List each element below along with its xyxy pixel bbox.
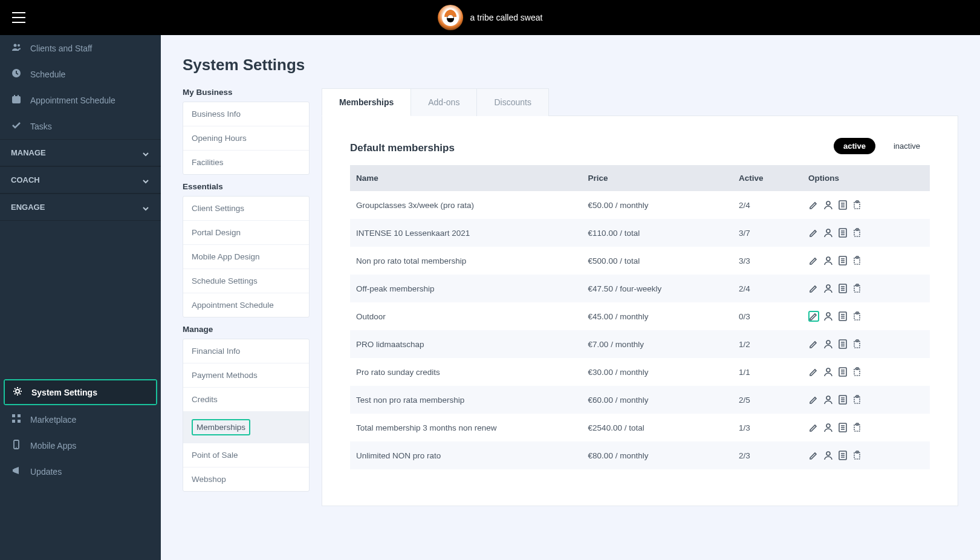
- table-row: Non pro rato total membership€500.00 / t…: [350, 247, 930, 275]
- copy-button[interactable]: [852, 311, 863, 322]
- settings-nav-item[interactable]: Appointment Schedule: [183, 293, 309, 317]
- edit-button[interactable]: [808, 450, 819, 461]
- i-doc-icon: [838, 367, 848, 377]
- settings-nav-item[interactable]: Facilities: [183, 151, 309, 174]
- details-button[interactable]: [837, 227, 848, 238]
- filter-active[interactable]: active: [834, 138, 875, 154]
- settings-nav-item[interactable]: Portal Design: [183, 221, 309, 245]
- details-button[interactable]: [837, 422, 848, 433]
- i-edit-icon: [809, 284, 819, 293]
- sidebar-item-schedule[interactable]: Schedule: [0, 61, 161, 87]
- chevron-down-icon: [141, 150, 150, 156]
- sidebar-item-system-settings[interactable]: System Settings: [5, 380, 156, 404]
- members-button[interactable]: [823, 366, 834, 377]
- megaphone-icon: [11, 466, 22, 477]
- i-user-icon: [823, 311, 833, 321]
- sidebar-item-updates[interactable]: Updates: [0, 458, 161, 484]
- settings-nav-item[interactable]: Schedule Settings: [183, 269, 309, 293]
- members-button[interactable]: [823, 227, 834, 238]
- settings-nav-item-highlight: Memberships: [192, 419, 250, 435]
- copy-button[interactable]: [852, 227, 863, 238]
- cell-price: €80.00 / monthly: [582, 441, 733, 469]
- brand-logo-icon: [438, 5, 463, 30]
- details-button[interactable]: [837, 394, 848, 405]
- edit-button[interactable]: [808, 255, 819, 266]
- copy-button[interactable]: [852, 422, 863, 433]
- edit-button[interactable]: [808, 200, 819, 210]
- settings-nav-item[interactable]: Business Info: [183, 102, 309, 126]
- i-doc-icon: [838, 256, 848, 265]
- details-button[interactable]: [837, 311, 848, 322]
- members-button[interactable]: [823, 394, 834, 405]
- details-button[interactable]: [837, 450, 848, 461]
- settings-nav-item[interactable]: Mobile App Design: [183, 245, 309, 269]
- sidebar-item-clients[interactable]: Clients and Staff: [0, 35, 161, 61]
- copy-button[interactable]: [852, 366, 863, 377]
- i-copy-icon: [852, 311, 862, 321]
- cell-options: [802, 191, 930, 219]
- details-button[interactable]: [837, 283, 848, 294]
- copy-button[interactable]: [852, 255, 863, 266]
- panel-body: Default memberships active inactive Name…: [322, 116, 958, 506]
- members-button[interactable]: [823, 422, 834, 433]
- cell-options: [802, 275, 930, 302]
- copy-button[interactable]: [852, 283, 863, 294]
- settings-nav: My BusinessBusiness InfoOpening HoursFac…: [183, 88, 310, 492]
- sidebar-item-marketplace[interactable]: Marketplace: [0, 406, 161, 432]
- sidebar-spacer: [0, 221, 161, 378]
- tab-add-ons[interactable]: Add-ons: [411, 88, 477, 116]
- menu-toggle[interactable]: [0, 12, 37, 23]
- edit-button[interactable]: [808, 227, 819, 238]
- members-button[interactable]: [823, 311, 834, 322]
- edit-button[interactable]: [808, 366, 819, 377]
- cell-name: Test non pro rata membership: [350, 386, 582, 414]
- i-doc-icon: [838, 228, 848, 238]
- check-icon: [11, 120, 22, 132]
- edit-button[interactable]: [808, 394, 819, 405]
- members-button[interactable]: [823, 283, 834, 294]
- sidebar-item-tasks[interactable]: Tasks: [0, 113, 161, 139]
- sidebar-section-manage[interactable]: MANAGE: [0, 139, 161, 166]
- sidebar: Clients and Staff Schedule Appointment S…: [0, 35, 161, 560]
- settings-nav-item[interactable]: Memberships: [183, 412, 309, 443]
- sidebar-section-coach[interactable]: COACH: [0, 166, 161, 194]
- copy-button[interactable]: [852, 200, 863, 210]
- copy-button[interactable]: [852, 339, 863, 350]
- settings-nav-item[interactable]: Client Settings: [183, 197, 309, 221]
- i-edit-icon: [809, 256, 819, 265]
- details-button[interactable]: [837, 255, 848, 266]
- members-button[interactable]: [823, 450, 834, 461]
- settings-nav-item[interactable]: Payment Methods: [183, 363, 309, 388]
- edit-button[interactable]: [808, 422, 819, 433]
- copy-button[interactable]: [852, 450, 863, 461]
- settings-nav-item[interactable]: Webshop: [183, 467, 309, 491]
- details-button[interactable]: [837, 366, 848, 377]
- tabs: MembershipsAdd-onsDiscounts: [322, 88, 958, 116]
- sidebar-section-engage[interactable]: ENGAGE: [0, 194, 161, 221]
- settings-nav-item[interactable]: Point of Sale: [183, 443, 309, 467]
- edit-button[interactable]: [808, 283, 819, 294]
- members-button[interactable]: [823, 200, 834, 210]
- members-button[interactable]: [823, 255, 834, 266]
- tab-discounts[interactable]: Discounts: [477, 88, 548, 116]
- cell-name: Groupclasses 3x/week (pro rata): [350, 191, 582, 219]
- settings-nav-item[interactable]: Credits: [183, 388, 309, 412]
- i-edit-icon: [809, 395, 819, 405]
- details-button[interactable]: [837, 200, 848, 210]
- edit-button[interactable]: [808, 311, 819, 322]
- copy-button[interactable]: [852, 394, 863, 405]
- tab-memberships[interactable]: Memberships: [322, 88, 411, 116]
- settings-nav-item[interactable]: Financial Info: [183, 339, 309, 363]
- edit-button[interactable]: [808, 339, 819, 350]
- filter-inactive[interactable]: inactive: [884, 138, 930, 154]
- i-doc-icon: [838, 311, 848, 321]
- members-button[interactable]: [823, 339, 834, 350]
- sidebar-item-appointment-schedule[interactable]: Appointment Schedule: [0, 87, 161, 113]
- options-group: [808, 422, 924, 433]
- settings-nav-item[interactable]: Opening Hours: [183, 126, 309, 151]
- chevron-down-icon: [141, 204, 150, 210]
- sidebar-section-label: MANAGE: [11, 148, 46, 157]
- sidebar-item-mobile-apps[interactable]: Mobile Apps: [0, 432, 161, 458]
- details-button[interactable]: [837, 339, 848, 350]
- cell-active: 2/3: [733, 441, 802, 469]
